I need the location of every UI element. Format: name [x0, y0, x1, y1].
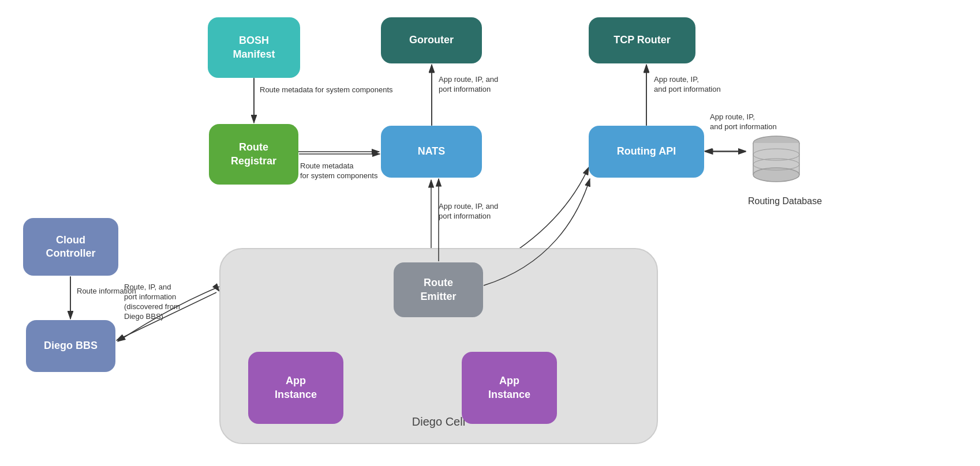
route-registrar-label: RouteRegistrar: [231, 141, 276, 168]
cloud-controller-label: CloudController: [46, 234, 95, 261]
gorouter-node: Gorouter: [381, 17, 482, 63]
label-bosh-to-registrar: Route metadata for system components: [260, 85, 393, 95]
label-routing-api-to-tcp: App route, IP,and port information: [654, 75, 721, 95]
diego-bbs-node: Diego BBS: [26, 320, 115, 372]
label-bbs-from-emitter: Route, IP, andport information(discovere…: [124, 283, 180, 322]
route-emitter-node: RouteEmitter: [394, 262, 483, 317]
label-emitter-to-nats: App route, IP, andport information: [439, 202, 498, 221]
bosh-manifest-node: BOSH Manifest: [208, 17, 300, 78]
route-emitter-label: RouteEmitter: [420, 276, 456, 303]
diagram-container: BOSH Manifest Route metadata for system …: [0, 0, 980, 466]
nats-label: NATS: [418, 145, 446, 158]
label-registrar-to-nats: Route metadatafor system components: [300, 161, 377, 181]
nats-node: NATS: [381, 126, 482, 178]
bosh-manifest-label: BOSH Manifest: [216, 34, 291, 61]
routing-api-label: Routing API: [617, 145, 676, 158]
routing-db-node: [747, 131, 805, 189]
tcp-router-node: TCP Router: [589, 17, 695, 63]
route-registrar-node: RouteRegistrar: [209, 124, 298, 185]
diego-bbs-label: Diego BBS: [44, 339, 98, 352]
app-instance-2-label: AppInstance: [488, 374, 530, 401]
app-instance-1-label: AppInstance: [275, 374, 317, 401]
routing-db-label: Routing Database: [747, 196, 822, 206]
gorouter-label: Gorouter: [409, 33, 454, 47]
tcp-router-label: TCP Router: [614, 33, 671, 47]
routing-api-node: Routing API: [589, 126, 704, 178]
app-instance-1-node: AppInstance: [248, 352, 343, 424]
label-routing-api-db: App route, IP,and port information: [710, 112, 777, 132]
cloud-controller-node: CloudController: [23, 218, 118, 276]
label-nats-to-gorouter: App route, IP, andport information: [439, 75, 498, 95]
app-instance-2-node: AppInstance: [462, 352, 557, 424]
